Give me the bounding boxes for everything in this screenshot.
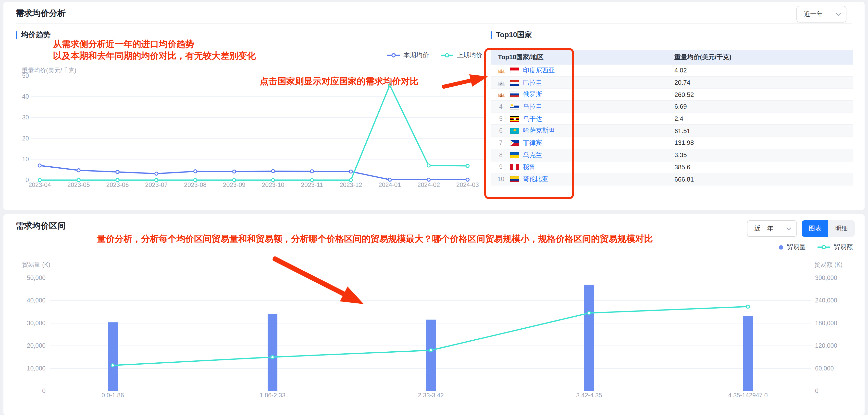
table-row[interactable]: 5乌干达2.4 [491,113,853,125]
country-link[interactable]: 秘鲁 [523,163,536,172]
svg-text:贸易额 (K): 贸易额 (K) [814,261,842,268]
svg-text:180,000: 180,000 [815,319,837,326]
avg-price-value: 666.81 [671,175,853,183]
svg-text:2023-09: 2023-09 [223,181,246,188]
price-range-combo-chart[interactable]: 010,00020,00030,00040,00050,000060,00012… [3,261,865,415]
top10-table: Top10国家/地区 重量均价(美元/千克) 1印度尼西亚4.022巴拉圭20.… [491,50,853,185]
view-toggle: 图表 明细 [802,220,855,237]
country-cell: 2巴拉圭 [491,78,671,87]
legend-item-prev-period[interactable]: 上期均价 [441,51,482,60]
section-title-top10-countries: Top10国家 [491,30,532,40]
avg-price-value: 3.35 [671,151,853,159]
country-cell: 5乌干达 [491,114,671,123]
flag-colombia-icon [510,176,519,182]
flag-russia-icon [510,92,519,97]
svg-text:2023-08: 2023-08 [184,181,207,188]
country-cell: 3俄罗斯 [491,90,671,99]
svg-text:2: 2 [500,82,502,85]
svg-text:重量均价(美元/千克): 重量均价(美元/千克) [22,67,76,74]
svg-text:4.35-142947.0: 4.35-142947.0 [728,392,768,399]
range-chart-legend: 贸易量 贸易额 [779,243,853,251]
avg-price-value: 20.74 [671,79,853,86]
line-marker-icon [817,245,830,250]
table-row[interactable]: 10哥伦比亚666.81 [491,173,853,185]
svg-text:1: 1 [500,69,502,73]
svg-text:40: 40 [22,93,29,100]
svg-text:2023-07: 2023-07 [145,181,167,188]
svg-text:2023-12: 2023-12 [340,181,362,188]
flag-ukraine-icon [510,152,519,158]
trend-chart-legend: 本期均价 上期均价 [387,51,482,60]
rank-1-crown-icon: 1 [497,67,505,74]
table-row[interactable]: 1印度尼西亚4.02 [491,65,853,77]
country-link[interactable]: 哥伦比亚 [523,175,549,183]
dashboard-page: 需求均价分析 近一年 均价趋势 从需求侧分析近一年的进口均价趋势 以及本期和去年… [0,0,868,415]
annotation-trend-note: 从需求侧分析近一年的进口均价趋势 以及本期和去年同期的均价对比，有无较大差别变化 [53,38,256,62]
flag-uganda-icon [510,116,519,122]
detail-view-button[interactable]: 明细 [828,220,855,237]
svg-text:20,000: 20,000 [27,342,45,349]
period-select-value: 近一年 [804,10,823,19]
country-link[interactable]: 巴拉圭 [523,78,542,87]
avg-price-value: 2.4 [671,115,853,123]
country-link[interactable]: 菲律宾 [523,138,542,147]
country-link[interactable]: 印度尼西亚 [523,66,555,75]
svg-text:2024-02: 2024-02 [417,181,440,188]
svg-text:1.86-2.33: 1.86-2.33 [259,392,285,399]
rank-label: 5 [495,115,507,122]
country-cell: 1印度尼西亚 [491,66,671,75]
period-select-card2[interactable]: 近一年 [747,220,797,237]
table-header-row: Top10国家/地区 重量均价(美元/千克) [491,50,853,65]
country-cell: 6哈萨克斯坦 [491,127,671,135]
table-row[interactable]: 7菲律宾131.98 [491,137,853,149]
svg-text:300,000: 300,000 [815,274,837,281]
svg-text:2023-11: 2023-11 [301,181,323,188]
period-select-card1[interactable]: 近一年 [797,6,846,23]
table-row[interactable]: 3俄罗斯260.52 [491,89,853,101]
country-link[interactable]: 乌干达 [523,114,542,123]
flag-uruguay-icon [510,104,519,110]
rank-label: 3 [495,91,507,98]
legend-item-trade-volume[interactable]: 贸易量 [779,243,806,251]
table-row[interactable]: 6哈萨克斯坦61.51 [491,125,853,137]
avg-price-value: 61.51 [671,127,853,135]
table-row[interactable]: 9秘鲁385.6 [491,161,853,173]
dot-marker-icon [779,245,783,249]
svg-text:10: 10 [22,155,29,163]
section-accent-bar [16,31,17,39]
rank-label: 8 [495,151,507,158]
demand-avg-price-range-card: 需求均价区间 近一年 图表 明细 量价分析，分析每个均价区间贸易量和和贸易额，分… [3,214,865,415]
country-link[interactable]: 哈萨克斯坦 [523,127,555,135]
svg-text:0: 0 [42,387,45,394]
table-row[interactable]: 2巴拉圭20.74 [491,77,853,89]
rank-2-crown-icon: 2 [497,79,505,86]
country-link[interactable]: 俄罗斯 [523,90,542,99]
annotation-click-country-note: 点击国家则显示对应国家的需求均价对比 [260,75,418,87]
svg-text:2023-06: 2023-06 [106,181,129,188]
rank-label: 2 [495,79,507,86]
country-link[interactable]: 乌克兰 [523,150,542,159]
legend-item-current-period[interactable]: 本期均价 [387,51,429,60]
flag-philippines-icon [510,140,519,146]
svg-text:2023-10: 2023-10 [262,181,284,188]
svg-text:3: 3 [500,94,502,98]
svg-text:贸易量 (K): 贸易量 (K) [22,261,50,268]
svg-text:2024-01: 2024-01 [379,181,401,188]
country-link[interactable]: 乌拉圭 [523,102,542,111]
rank-label: 9 [495,164,507,171]
legend-item-trade-amount[interactable]: 贸易额 [817,243,853,251]
line-marker-icon [387,53,400,58]
avg-price-value: 6.69 [671,103,853,110]
svg-text:0.0-1.86: 0.0-1.86 [101,392,124,399]
line-marker-icon [441,53,453,58]
table-row[interactable]: 8乌克兰3.35 [491,149,853,161]
flag-peru-icon [510,164,519,170]
period-select-value: 近一年 [754,224,773,233]
table-row[interactable]: 4乌拉圭6.69 [491,101,853,113]
avg-price-trend-chart[interactable]: 01020304050重量均价(美元/千克)2023-042023-052023… [3,64,494,196]
card1-title: 需求均价分析 [16,8,66,19]
rank-label: 1 [495,67,507,74]
svg-text:30: 30 [22,114,29,120]
chart-view-button[interactable]: 图表 [802,220,828,237]
annotation-volume-price-note: 量价分析，分析每个均价区间贸易量和和贸易额，分析哪个价格区间的贸易规模最大？哪个… [97,233,653,245]
